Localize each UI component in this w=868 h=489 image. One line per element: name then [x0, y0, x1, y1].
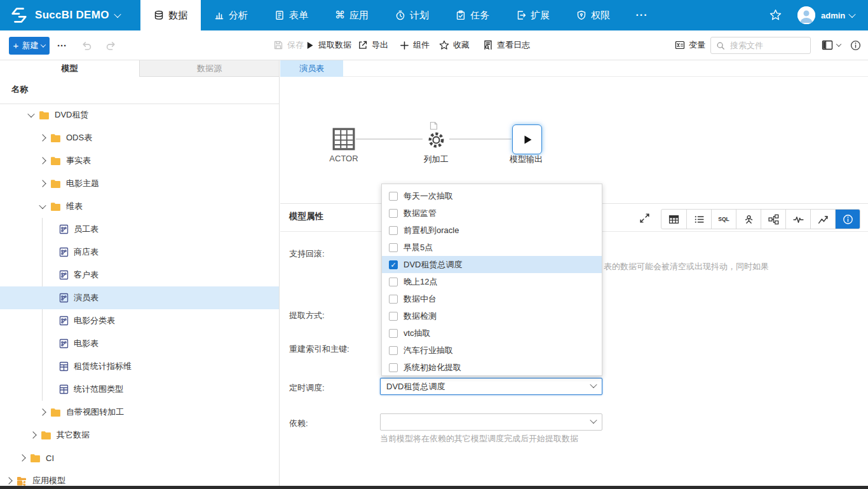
- checkbox-unchecked[interactable]: [389, 295, 398, 304]
- field-label-schedule: 定时调度:: [289, 382, 325, 394]
- nav-tab-plans[interactable]: 计划: [382, 0, 442, 30]
- user-menu[interactable]: admin: [821, 0, 855, 30]
- sidebar-tab-datasource[interactable]: 数据源: [139, 60, 279, 77]
- flow-node-column-process[interactable]: [425, 128, 447, 151]
- view-table-button[interactable]: [661, 210, 686, 229]
- new-chevron-down-icon: [41, 42, 46, 47]
- checkbox-unchecked[interactable]: [389, 346, 398, 355]
- info-button[interactable]: [850, 30, 861, 60]
- checkbox-unchecked[interactable]: [389, 209, 398, 218]
- folder-icon: [50, 202, 61, 211]
- dropdown-option[interactable]: vtc抽取: [382, 325, 602, 342]
- tree-item-app-model[interactable]: 应用模型: [0, 469, 279, 486]
- undo-button[interactable]: [81, 30, 92, 60]
- new-button[interactable]: + 新建: [9, 37, 50, 55]
- sidebar-tab-model[interactable]: 模型: [0, 60, 139, 77]
- tree-item-folder[interactable]: 电影主题: [0, 172, 279, 195]
- redo-button[interactable]: [105, 30, 116, 60]
- checkbox-unchecked[interactable]: [389, 329, 398, 338]
- favorite-button[interactable]: 收藏: [439, 30, 470, 60]
- expand-panel-button[interactable]: [639, 213, 650, 224]
- search-input[interactable]: [729, 40, 801, 51]
- tree-item-dimension[interactable]: 统计范围类型: [0, 378, 279, 401]
- view-trend-button[interactable]: [810, 210, 835, 229]
- checkbox-unchecked[interactable]: [389, 312, 398, 321]
- user-avatar[interactable]: [797, 6, 815, 24]
- dropdown-option[interactable]: 前置机到oracle: [382, 222, 602, 239]
- dropdown-option[interactable]: 每天一次抽取: [382, 187, 602, 204]
- chevron-down-icon: [27, 111, 34, 117]
- checkbox-unchecked[interactable]: [389, 278, 398, 286]
- schedule-select[interactable]: DVD租赁总调度: [380, 378, 602, 395]
- dropdown-option[interactable]: 晚上12点: [382, 273, 602, 290]
- dropdown-option[interactable]: 数据中台: [382, 290, 602, 307]
- tree-item-folder[interactable]: 事实表: [0, 149, 279, 172]
- tree-item-folder[interactable]: 其它数据: [0, 424, 279, 446]
- plugin-door-icon: [516, 10, 526, 20]
- checkbox-unchecked[interactable]: [389, 243, 398, 252]
- tree-item-model[interactable]: 商店表: [0, 241, 279, 264]
- view-list-button[interactable]: [686, 210, 711, 229]
- nav-tab-apps[interactable]: ⌘ 应用: [322, 0, 382, 30]
- chevron-right-icon: [29, 431, 36, 438]
- shield-icon: [576, 10, 587, 20]
- tree-item-folder[interactable]: CI: [0, 446, 279, 469]
- dropdown-option[interactable]: 数据检测: [382, 307, 602, 325]
- dropdown-option[interactable]: 早晨5点: [382, 239, 602, 256]
- nav-tab-tasks[interactable]: 任务: [442, 0, 503, 30]
- bar-chart-icon: [214, 10, 224, 20]
- flow-node-label: 模型输出: [488, 154, 564, 165]
- flow-node-source-table[interactable]: [332, 127, 356, 151]
- add-component-button[interactable]: 组件: [400, 30, 430, 60]
- flow-node-label: ACTOR: [306, 154, 382, 163]
- nav-tab-analysis[interactable]: 分析: [201, 0, 261, 30]
- toolbar-more-button[interactable]: ···: [57, 30, 67, 60]
- view-lineage-button[interactable]: [761, 210, 785, 229]
- checkbox-checked[interactable]: ✓: [389, 260, 398, 269]
- tree-name-header: 名称: [11, 84, 28, 95]
- nav-more-button[interactable]: ···: [629, 0, 654, 30]
- brand-menu[interactable]: SuccBI DEMO: [9, 0, 120, 30]
- tree-item-folder[interactable]: ODS表: [0, 126, 279, 149]
- layout-toggle-button[interactable]: [822, 30, 841, 60]
- nav-tab-data[interactable]: 数据: [140, 0, 201, 30]
- extract-data-button[interactable]: 提取数据: [305, 30, 351, 60]
- save-button[interactable]: 保存: [273, 30, 304, 60]
- tree-item-dimension[interactable]: 租赁统计指标维: [0, 355, 279, 378]
- dimension-table-icon: [59, 361, 69, 372]
- dropdown-option-selected[interactable]: ✓ DVD租赁总调度: [382, 256, 602, 273]
- tree-item-model[interactable]: 电影分类表: [0, 309, 279, 332]
- timer-icon: [395, 10, 405, 20]
- favorite-star-icon[interactable]: [770, 9, 782, 21]
- nav-tab-permissions[interactable]: 权限: [563, 0, 623, 30]
- tree-item-folder[interactable]: DVD租赁: [0, 104, 279, 126]
- flow-node-model-output[interactable]: [512, 124, 542, 154]
- tree-item-model[interactable]: 客户表: [0, 264, 279, 286]
- tree-item-model[interactable]: 员工表: [0, 218, 279, 241]
- tree-item-model-selected[interactable]: 演员表: [0, 286, 279, 309]
- checkbox-unchecked[interactable]: [389, 226, 398, 235]
- nav-tab-forms[interactable]: 表单: [261, 0, 322, 30]
- view-log-button[interactable]: 查看日志: [483, 30, 530, 60]
- tree-item-folder[interactable]: 自带视图转加工: [0, 401, 279, 424]
- checkbox-unchecked[interactable]: [389, 192, 398, 201]
- view-robot-button[interactable]: [736, 210, 761, 229]
- export-button[interactable]: 导出: [358, 30, 388, 60]
- nav-tab-extensions[interactable]: 扩展: [503, 0, 563, 30]
- info-icon: [850, 40, 861, 51]
- tree-item-folder[interactable]: 维表: [0, 195, 279, 218]
- schedule-select-value: DVD租赁总调度: [386, 381, 445, 392]
- dependency-select[interactable]: [380, 413, 602, 431]
- tree-item-model[interactable]: 电影表: [0, 332, 279, 355]
- dropdown-option[interactable]: 数据监管: [382, 204, 602, 222]
- view-info-button[interactable]: [835, 210, 860, 229]
- folder-icon: [30, 453, 41, 462]
- dropdown-option[interactable]: 系统初始化提取: [382, 359, 602, 376]
- document-tab-actor-table[interactable]: 演员表: [280, 60, 343, 77]
- checkbox-unchecked[interactable]: [389, 363, 398, 372]
- view-sql-button[interactable]: SQL: [711, 210, 736, 229]
- dropdown-option[interactable]: 汽车行业抽取: [382, 342, 602, 359]
- variables-button[interactable]: 变量: [675, 30, 705, 60]
- view-pulse-button[interactable]: [785, 210, 810, 229]
- table-grid-icon: [332, 127, 356, 151]
